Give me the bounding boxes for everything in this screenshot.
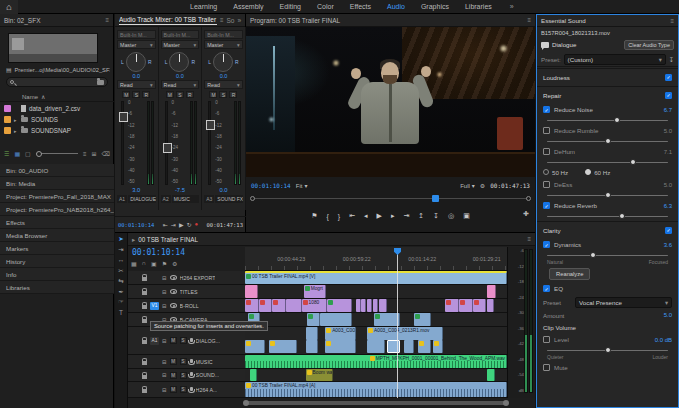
button-editor-plus[interactable]: ✚ — [523, 210, 529, 218]
solo-button[interactable]: S — [180, 337, 187, 344]
m-button[interactable]: M — [209, 91, 217, 98]
sync-lock-icon[interactable]: ⊟ — [162, 275, 167, 281]
track-lane-v2[interactable]: 1080 — [245, 299, 507, 312]
workspace-tab-learning[interactable]: Learning — [190, 3, 217, 10]
linked-selection-icon[interactable]: ▣ — [151, 260, 157, 267]
source-patch-badge[interactable] — [150, 288, 159, 296]
panel-tab-bin-media[interactable]: Bin: Media — [0, 177, 114, 190]
scrollbar-handle-left[interactable] — [250, 196, 255, 201]
timeline-ruler[interactable]: 00:00:44:2300:00:59:2200:01:14:2200:01:2… — [245, 247, 507, 271]
go-to-out-icon[interactable]: ⇥ — [171, 221, 176, 228]
control-value[interactable]: 5.0 — [664, 182, 672, 188]
timeline-clip[interactable] — [459, 299, 473, 312]
disclosure-icon[interactable]: ▸ — [14, 117, 18, 123]
timeline-clip[interactable] — [487, 299, 495, 312]
panel-menu-icon[interactable]: ≡ — [220, 17, 224, 23]
slip-tool[interactable]: ⇆ — [118, 278, 123, 285]
pan-value[interactable]: 0.0 — [115, 73, 158, 79]
label-color-swatch[interactable] — [4, 116, 11, 123]
radio-60-hz[interactable] — [585, 169, 591, 175]
slider-dehum[interactable] — [547, 158, 668, 166]
selection-tool[interactable]: ➤ — [118, 236, 123, 243]
timeline-playhead-line[interactable] — [397, 253, 398, 398]
timeline-clip-mogrt[interactable]: Mogrt — [304, 285, 326, 298]
home-button[interactable]: ⌂ — [0, 0, 18, 14]
control-value[interactable]: 3.6 — [664, 242, 672, 248]
checkbox[interactable]: ✓ — [543, 241, 550, 248]
volume-fader[interactable] — [165, 101, 168, 185]
sync-lock-icon[interactable]: ⊟ — [162, 372, 167, 378]
workspace-tab-libraries[interactable]: Libraries — [465, 3, 492, 10]
source-patch-badge[interactable] — [150, 371, 159, 379]
source-patch-badge[interactable]: V1 — [150, 302, 159, 310]
timeline-clip-a003-c004-0213r1-mov[interactable]: A003_C004_0213R1.mov — [367, 327, 443, 340]
s-button[interactable]: S — [132, 91, 140, 98]
checkbox[interactable]: ✓ — [665, 74, 672, 81]
composite-preview-icon[interactable]: ▦ — [131, 260, 137, 267]
timeline-clip[interactable] — [272, 299, 286, 312]
mute-button[interactable]: M — [170, 337, 177, 344]
sync-lock-icon[interactable]: ⊟ — [162, 359, 167, 365]
es-section-loudness[interactable]: Loudness✓ — [537, 68, 678, 85]
checkbox[interactable] — [543, 364, 550, 371]
timeline-clip[interactable] — [356, 299, 361, 312]
timeline-clip-boom-wav[interactable]: Boom wav — [306, 369, 333, 381]
timeline-clip[interactable] — [433, 340, 444, 353]
timeline-clip-mpth-mpkph-0001-00001-behind-the-wood-apm-wav[interactable]: MPTH_MPKPH_0001_00001_Behind_The_Wood_AP… — [245, 355, 507, 368]
m-button[interactable]: M — [166, 91, 174, 98]
save-preset-icon[interactable]: ↧ — [669, 56, 674, 63]
r-button[interactable]: R — [229, 91, 237, 98]
timeline-clip[interactable] — [307, 313, 321, 326]
panel-menu-icon[interactable]: ≡ — [527, 236, 531, 242]
timeline-clip[interactable] — [250, 369, 257, 381]
mixer-timecode[interactable]: 00:01:10:14 — [118, 222, 154, 228]
folder-icon[interactable] — [97, 80, 104, 85]
workspace-tab-color[interactable]: Color — [317, 3, 334, 10]
track-lane-a3[interactable]: Boom wav — [245, 369, 507, 381]
track-lane-v3[interactable]: Mogrt — [245, 285, 507, 298]
timeline-clip[interactable] — [259, 299, 273, 312]
program-video-frame[interactable] — [246, 27, 535, 177]
track-lane-a1[interactable]: A003_C002_0211A003_C004_0213R1.mov — [245, 327, 507, 354]
timeline-clip[interactable] — [245, 299, 259, 312]
fader-value[interactable]: 0.0 — [202, 187, 245, 193]
disclosure-icon[interactable]: ▸ — [14, 128, 18, 134]
step-forward-icon[interactable]: ▸ — [391, 212, 395, 220]
input-dropdown[interactable]: Built-In M... — [204, 30, 243, 39]
mark-in-icon[interactable]: { — [326, 213, 328, 220]
panel-menu-icon[interactable]: ≡ — [670, 18, 674, 24]
slider-knob[interactable] — [619, 213, 625, 219]
panel-tab-history[interactable]: History — [0, 255, 114, 268]
control-value[interactable]: 0.0 dB — [655, 337, 672, 343]
r-button[interactable]: R — [186, 91, 194, 98]
volume-fader[interactable] — [121, 101, 124, 185]
timeline-clip[interactable] — [414, 313, 431, 326]
sort-icon[interactable]: ≡ — [83, 151, 87, 157]
fader-handle[interactable] — [119, 112, 128, 122]
control-value[interactable]: 6.3 — [664, 203, 672, 209]
source-patch-badge[interactable] — [150, 386, 159, 394]
control-value[interactable]: 6.7 — [664, 107, 672, 113]
checkbox[interactable] — [543, 336, 550, 343]
preset-dropdown[interactable]: (Custom) ▾ — [564, 54, 666, 65]
panel-tab-markers[interactable]: Markers — [0, 242, 114, 255]
panel-tab-project-premierepro-nab2018-h264-1[interactable]: Project: PremierePro_NAB2018_h264_1 — [0, 203, 114, 216]
go-to-in-icon[interactable]: ⇤ — [163, 221, 168, 228]
workspace-tab-assembly[interactable]: Assembly — [233, 3, 263, 10]
add-marker-icon[interactable]: ⚑ — [311, 212, 317, 220]
mute-button[interactable]: M — [170, 358, 177, 365]
timeline-timecode[interactable]: 00:01:10:14 — [132, 248, 185, 257]
timeline-clip[interactable] — [473, 299, 487, 312]
fader-value[interactable]: -7.5 — [159, 187, 202, 193]
m-button[interactable]: M — [122, 91, 130, 98]
panel-tab-libraries[interactable]: Libraries — [0, 281, 114, 294]
slider-knob[interactable] — [605, 192, 611, 198]
timeline-clip[interactable] — [487, 369, 494, 381]
checkbox[interactable]: ✓ — [543, 202, 550, 209]
solo-button[interactable]: S — [180, 358, 187, 365]
source-tab-label[interactable]: So — [226, 17, 234, 24]
es-section-repair[interactable]: Repair✓ — [537, 86, 678, 103]
automation-mode-dropdown[interactable]: Read▾ — [161, 80, 200, 89]
panel-menu-icon[interactable]: ≡ — [527, 17, 531, 23]
panel-menu-icon[interactable]: ≡ — [105, 17, 109, 23]
